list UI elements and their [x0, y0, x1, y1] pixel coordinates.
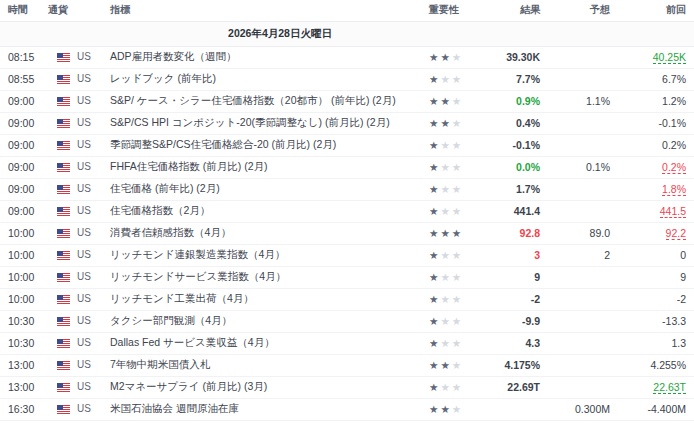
event-name[interactable]: 住宅価格 (前年比) (2月) [105, 178, 419, 200]
forecast-value: 2 [544, 244, 614, 266]
event-name[interactable]: レッドブック (前年比) [105, 68, 419, 90]
star-filled-icon: ★ [429, 271, 440, 283]
previous-value: 9 [680, 271, 686, 283]
event-row[interactable]: 08:55 US レッドブック (前年比) ★★★ 7.7% 6.7% [0, 68, 694, 90]
event-name[interactable]: 季節調整S&P/CS住宅価格総合-20 (前月比) (2月) [105, 134, 419, 156]
currency-cell: US [48, 68, 105, 90]
event-name[interactable]: リッチモンド工業出荷（4月） [105, 288, 419, 310]
previous-value: 1.2% [662, 95, 686, 107]
forecast-value [544, 332, 614, 354]
event-row[interactable]: 13:00 US M2マネーサプライ (前月比) (3月) ★★★ 22.69T… [0, 376, 694, 398]
us-flag-icon [57, 273, 70, 282]
event-row[interactable]: 08:15 US ADP雇用者数変化（週間） ★★★ 39.30K 40.25K [0, 46, 694, 68]
event-time: 10:00 [0, 244, 48, 266]
event-row[interactable]: 10:00 US リッチモンド工業出荷（4月） ★★★ -2 -2 [0, 288, 694, 310]
star-empty-icon: ★ [452, 249, 463, 261]
event-name[interactable]: S&P/CS HPI コンポジット-20(季節調整なし) (前月比) (2月) [105, 112, 419, 134]
previous-value[interactable]: 40.25K [653, 51, 686, 64]
importance-stars: ★★★ [419, 354, 476, 376]
star-filled-icon: ★ [429, 95, 440, 107]
date-row: 2026年4月28日火曜日 [0, 21, 694, 46]
event-row[interactable]: 09:00 US 住宅価格指数（2月） ★★★ 441.4 441.5 [0, 200, 694, 222]
previous-value[interactable]: 22.63T [653, 381, 686, 394]
event-row[interactable]: 10:30 US Dallas Fed サービス業収益（4月） ★★★ 4.3 … [0, 332, 694, 354]
us-flag-icon [57, 141, 70, 150]
col-header-previous: 前回 [614, 0, 694, 21]
forecast-value [544, 46, 614, 68]
event-time: 10:00 [0, 266, 48, 288]
event-row[interactable]: 09:00 US 住宅価格 (前年比) (2月) ★★★ 1.7% 1.8% [0, 178, 694, 200]
actual-value: 39.30K [476, 46, 544, 68]
importance-stars: ★★★ [419, 200, 476, 222]
event-name[interactable]: 消費者信頼感指数（4月） [105, 222, 419, 244]
event-row[interactable]: 10:00 US リッチモンド連銀製造業指数（4月） ★★★ 3 2 0 [0, 244, 694, 266]
event-name[interactable]: Dallas Fed サービス業収益（4月） [105, 332, 419, 354]
event-row[interactable]: 16:30 US 米国石油協会 週間原油在庫 ★★★ 0.300M -4.400… [0, 398, 694, 420]
star-empty-icon: ★ [440, 249, 451, 261]
star-empty-icon: ★ [452, 271, 463, 283]
event-time: 13:00 [0, 354, 48, 376]
previous-value[interactable]: 441.5 [660, 205, 686, 218]
event-name[interactable]: タクシー部門観測（4月） [105, 310, 419, 332]
event-name[interactable]: FHFA住宅価格指数 (前月比) (2月) [105, 156, 419, 178]
actual-value: 0.0% [476, 156, 544, 178]
event-name[interactable]: S&P/ ケース・シラー住宅価格指数（20都市） (前年比) (2月) [105, 90, 419, 112]
importance-stars: ★★★ [419, 376, 476, 398]
forecast-value [544, 178, 614, 200]
currency-cell: US [48, 310, 105, 332]
currency-cell: US [48, 332, 105, 354]
event-name[interactable]: 住宅価格指数（2月） [105, 200, 419, 222]
currency-cell: US [48, 90, 105, 112]
star-filled-icon: ★ [440, 227, 451, 239]
star-empty-icon: ★ [440, 183, 451, 195]
us-flag-icon [57, 185, 70, 194]
event-row[interactable]: 10:00 US 消費者信頼感指数（4月） ★★★ 92.8 89.0 92.2 [0, 222, 694, 244]
previous-value[interactable]: 0.2% [662, 161, 686, 174]
importance-stars: ★★★ [419, 310, 476, 332]
event-row[interactable]: 09:00 US S&P/CS HPI コンポジット-20(季節調整なし) (前… [0, 112, 694, 134]
event-row[interactable]: 09:00 US 季節調整S&P/CS住宅価格総合-20 (前月比) (2月) … [0, 134, 694, 156]
event-name[interactable]: 7年物中期米国債入札 [105, 354, 419, 376]
actual-value: 1.7% [476, 178, 544, 200]
importance-stars: ★★★ [419, 244, 476, 266]
event-time: 10:00 [0, 222, 48, 244]
us-flag-icon [57, 207, 70, 216]
currency-cell: US [48, 46, 105, 68]
actual-value [476, 398, 544, 420]
previous-value: -4.400M [647, 403, 686, 415]
event-row[interactable]: 13:00 US 7年物中期米国債入札 ★★★ 4.175% 4.255% [0, 354, 694, 376]
event-name[interactable]: ADP雇用者数変化（週間） [105, 46, 419, 68]
currency-label: US [77, 359, 91, 370]
currency-label: US [77, 205, 91, 216]
actual-value: 4.3 [476, 332, 544, 354]
previous-value[interactable]: 1.8% [662, 183, 686, 196]
star-empty-icon: ★ [440, 139, 451, 151]
event-row[interactable]: 10:00 US リッチモンドサービス業指数（4月） ★★★ 9 9 [0, 266, 694, 288]
event-name[interactable]: リッチモンドサービス業指数（4月） [105, 266, 419, 288]
importance-stars: ★★★ [419, 288, 476, 310]
star-empty-icon: ★ [452, 359, 463, 371]
event-row[interactable]: 10:30 US タクシー部門観測（4月） ★★★ -9.9 -13.3 [0, 310, 694, 332]
actual-value: -0.1% [476, 134, 544, 156]
previous-value: -13.3 [662, 315, 686, 327]
previous-value: 4.255% [650, 359, 686, 371]
table-header-row: 時間 通貨 指標 重要性 結果 予想 前回 [0, 0, 694, 21]
forecast-value [544, 134, 614, 156]
currency-cell: US [48, 134, 105, 156]
forecast-value [544, 200, 614, 222]
currency-label: US [77, 381, 91, 392]
previous-value[interactable]: 92.2 [666, 227, 686, 240]
star-empty-icon: ★ [452, 205, 463, 217]
actual-value: 441.4 [476, 200, 544, 222]
currency-label: US [77, 161, 91, 172]
event-row[interactable]: 09:00 US S&P/ ケース・シラー住宅価格指数（20都市） (前年比) … [0, 90, 694, 112]
star-empty-icon: ★ [440, 271, 451, 283]
event-name[interactable]: リッチモンド連銀製造業指数（4月） [105, 244, 419, 266]
importance-stars: ★★★ [419, 222, 476, 244]
event-name[interactable]: M2マネーサプライ (前月比) (3月) [105, 376, 419, 398]
forecast-value [544, 266, 614, 288]
importance-stars: ★★★ [419, 178, 476, 200]
event-row[interactable]: 09:00 US FHFA住宅価格指数 (前月比) (2月) ★★★ 0.0% … [0, 156, 694, 178]
event-name[interactable]: 米国石油協会 週間原油在庫 [105, 398, 419, 420]
star-empty-icon: ★ [452, 161, 463, 173]
